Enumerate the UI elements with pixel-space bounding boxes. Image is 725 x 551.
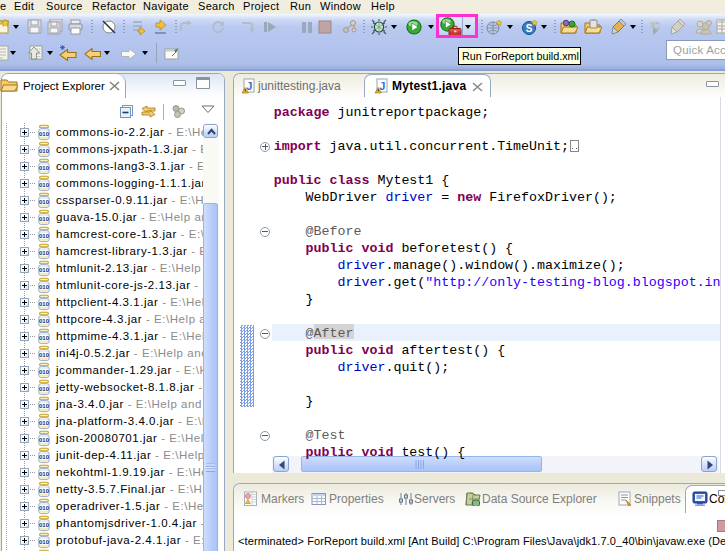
svg-text:S: S <box>526 23 533 34</box>
svg-text:J: J <box>379 80 385 92</box>
svg-text:J: J <box>246 80 252 92</box>
